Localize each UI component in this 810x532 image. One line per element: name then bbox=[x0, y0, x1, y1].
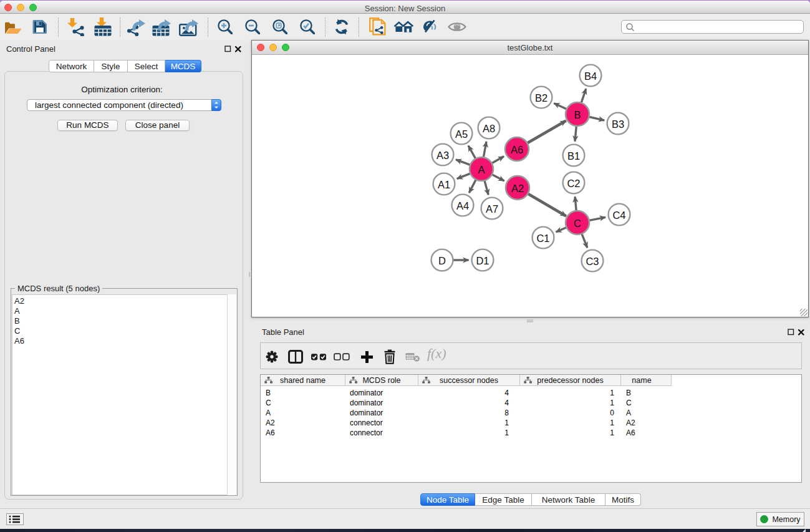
svg-text:D: D bbox=[438, 255, 446, 266]
svg-text:A6: A6 bbox=[511, 144, 523, 155]
svg-text:A5: A5 bbox=[455, 128, 468, 140]
svg-text:C: C bbox=[574, 218, 581, 229]
svg-text:B4: B4 bbox=[584, 70, 597, 82]
svg-text:A3: A3 bbox=[436, 150, 449, 161]
svg-text:D1: D1 bbox=[476, 255, 489, 266]
svg-text:A4: A4 bbox=[456, 200, 469, 211]
svg-text:A8: A8 bbox=[483, 123, 495, 134]
svg-text:A7: A7 bbox=[486, 203, 498, 215]
svg-text:A1: A1 bbox=[438, 179, 450, 190]
svg-text:B: B bbox=[574, 109, 581, 120]
svg-text:C3: C3 bbox=[586, 256, 599, 267]
svg-text:B2: B2 bbox=[535, 92, 547, 104]
svg-text:B1: B1 bbox=[567, 150, 580, 162]
svg-text:A: A bbox=[478, 164, 485, 175]
svg-text:C1: C1 bbox=[536, 233, 549, 244]
svg-text:C4: C4 bbox=[612, 210, 625, 221]
svg-text:A2: A2 bbox=[511, 183, 524, 194]
svg-text:C2: C2 bbox=[567, 178, 580, 189]
svg-text:B3: B3 bbox=[612, 118, 624, 130]
